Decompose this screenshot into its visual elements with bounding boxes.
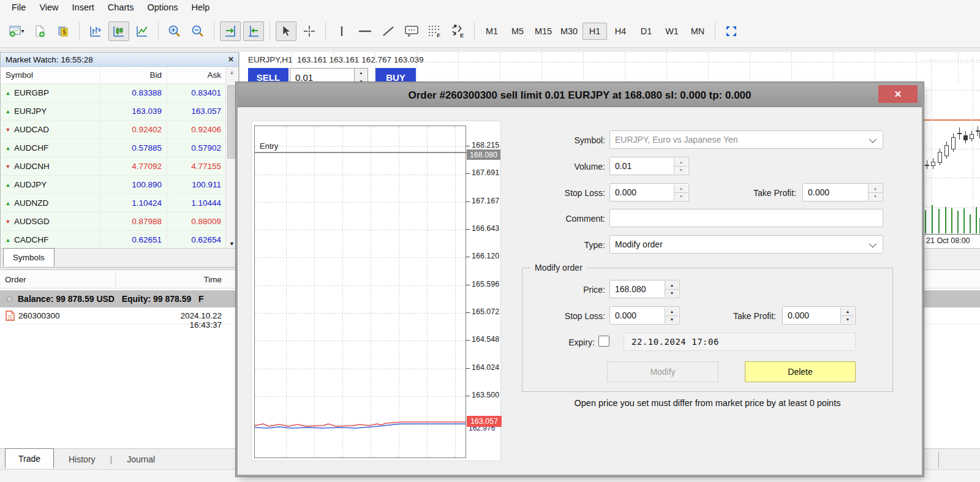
market-row-audcad[interactable]: ▼AUDCAD0.924020.92406 — [1, 121, 226, 139]
volume-stepper[interactable]: ▲▼ — [674, 158, 688, 174]
modify-stop-loss-input[interactable]: 0.000 ▲▼ — [609, 306, 680, 325]
timeframe-mn[interactable]: MN — [685, 23, 710, 40]
crosshair-button[interactable] — [299, 21, 320, 41]
price-stepper[interactable]: ▲▼ — [665, 281, 679, 297]
market-row-audsgd[interactable]: ▼AUDSGD0.879880.88009 — [1, 213, 226, 231]
dialog-title[interactable]: Order #260300300 sell limit 0.01 EURJPY … — [238, 84, 922, 107]
chart-shift-button[interactable] — [243, 21, 264, 41]
new-order-button[interactable] — [29, 21, 50, 41]
column-symbol[interactable]: Symbol — [1, 67, 100, 83]
menu-view[interactable]: View — [32, 1, 65, 14]
spinner-down-icon[interactable]: ▼ — [674, 192, 688, 201]
cursor-icon — [279, 24, 293, 38]
indicators-button[interactable]: E — [448, 21, 469, 41]
spinner-up-icon[interactable]: ▲ — [355, 69, 368, 77]
delete-button[interactable]: Delete — [745, 361, 856, 382]
modify-take-profit-stepper[interactable]: ▲▼ — [840, 307, 854, 323]
horizontal-line-button[interactable] — [355, 21, 375, 41]
stop-loss-input[interactable]: 0.000 ▲▼ — [609, 183, 689, 201]
dialog-close-button[interactable]: ✕ — [878, 85, 918, 103]
tab-trade[interactable]: Trade — [5, 448, 54, 469]
spinner-up-icon[interactable]: ▲ — [841, 307, 854, 315]
column-order[interactable]: Order — [5, 275, 26, 284]
close-icon[interactable]: ✕ — [226, 55, 236, 64]
auto-scroll-button[interactable] — [220, 21, 241, 41]
candlestick-chart-button[interactable] — [108, 21, 129, 41]
price-input[interactable]: 168.080 ▲▼ — [609, 280, 680, 298]
tab-history[interactable]: History — [54, 454, 110, 464]
timeframe-w1[interactable]: W1 — [660, 23, 684, 40]
spinner-down-icon[interactable]: ▼ — [665, 315, 679, 324]
market-row-eurjpy[interactable]: ▲EURJPY163.039163.057 — [1, 102, 226, 121]
symbol-select[interactable]: EURJPY, Euro vs Japanese Yen — [609, 130, 883, 149]
menu-file[interactable]: File — [5, 1, 32, 14]
new-chart-button[interactable]: ▾ — [6, 21, 27, 41]
toolbar-separator — [158, 22, 159, 40]
text-label-button[interactable] — [401, 21, 422, 41]
column-ask[interactable]: Ask — [167, 67, 226, 83]
expiry-checkbox[interactable] — [598, 336, 609, 347]
column-bid[interactable]: Bid — [100, 67, 167, 83]
spinner-up-icon[interactable]: ▲ — [665, 281, 679, 289]
cursor-button[interactable] — [276, 21, 296, 41]
take-profit-stepper[interactable]: ▲▼ — [868, 184, 882, 200]
market-row-cadchf[interactable]: ▲CADCHF0.626510.62654 — [1, 231, 226, 249]
timeframe-h4[interactable]: H4 — [608, 23, 633, 40]
timeframe-m5[interactable]: M5 — [505, 23, 530, 40]
symbol-cell: ▲CADCHF — [1, 231, 100, 249]
zoom-in-button[interactable] — [164, 21, 185, 41]
fibonacci-button[interactable]: F — [424, 21, 445, 41]
tab-symbols[interactable]: Symbols — [3, 248, 55, 266]
spinner-down-icon[interactable]: ▼ — [674, 166, 688, 175]
spinner-up-icon[interactable]: ▲ — [674, 158, 688, 166]
expiry-date-field[interactable]: 22.10.2024 17:06 — [624, 333, 856, 351]
symbol-cell: ▲AUDCHF — [1, 139, 100, 157]
scroll-up-icon[interactable]: ▲ — [226, 69, 238, 75]
spinner-up-icon[interactable]: ▲ — [665, 307, 679, 315]
menu-options[interactable]: Options — [141, 1, 185, 14]
spinner-down-icon[interactable]: ▼ — [665, 289, 679, 298]
type-select[interactable]: Modify order — [609, 235, 883, 254]
timeframe-h1[interactable]: H1 — [582, 23, 607, 40]
symbol-cell: ▲EURJPY — [1, 102, 100, 120]
market-row-audjpy[interactable]: ▲AUDJPY100.890100.911 — [1, 176, 226, 194]
timeframe-group: M1M5M15M30H1H4D1W1MN — [479, 23, 710, 40]
timeframe-m30[interactable]: M30 — [557, 23, 581, 40]
tab-journal[interactable]: Journal — [112, 454, 170, 464]
market-row-eurgbp[interactable]: ▲EURGBP0.833880.83401 — [1, 84, 226, 102]
market-row-audnzd[interactable]: ▲AUDNZD1.104241.10444 — [1, 194, 226, 213]
profiles-button[interactable]: $ — [53, 21, 74, 41]
vertical-line-button[interactable] — [331, 21, 352, 41]
spinner-up-icon[interactable]: ▲ — [674, 184, 688, 192]
ask-value: 0.62654 — [167, 231, 226, 249]
menu-charts[interactable]: Charts — [101, 1, 141, 14]
timeframe-d1[interactable]: D1 — [634, 23, 658, 40]
market-row-audcnh[interactable]: ▼AUDCNH4.770924.77155 — [1, 157, 226, 176]
trendline-button[interactable] — [378, 21, 399, 41]
gridline — [922, 178, 980, 178]
spinner-down-icon[interactable]: ▼ — [869, 192, 882, 201]
comment-input[interactable] — [609, 209, 883, 227]
fullscreen-button[interactable] — [721, 21, 742, 41]
market-watch-scrollbar[interactable]: ▲ ▼ — [225, 67, 238, 249]
timeframe-m15[interactable]: M15 — [531, 23, 556, 40]
bar-chart-button[interactable] — [85, 21, 106, 41]
market-row-audchf[interactable]: ▲AUDCHF0.578850.57902 — [1, 139, 226, 157]
spinner-up-icon[interactable]: ▲ — [869, 184, 882, 192]
zoom-out-button[interactable] — [187, 21, 208, 41]
line-chart-button[interactable] — [132, 21, 153, 41]
column-time[interactable]: Time — [153, 275, 222, 284]
modify-button[interactable]: Modify — [607, 361, 718, 382]
stop-loss-stepper[interactable]: ▲▼ — [674, 184, 688, 200]
scroll-down-icon[interactable]: ▼ — [226, 241, 238, 247]
modify-stop-loss-stepper[interactable]: ▲▼ — [665, 307, 679, 323]
modify-take-profit-input[interactable]: 0.000 ▲▼ — [782, 306, 856, 325]
resize-grip[interactable] — [938, 452, 939, 468]
timeframe-m1[interactable]: M1 — [480, 23, 504, 40]
spinner-down-icon[interactable]: ▼ — [841, 315, 854, 324]
volume-input[interactable]: 0.01 ▲▼ — [609, 157, 689, 175]
scrollbar-thumb[interactable] — [227, 85, 236, 159]
menu-insert[interactable]: Insert — [66, 1, 101, 14]
take-profit-input[interactable]: 0.000 ▲▼ — [802, 183, 883, 201]
menu-help[interactable]: Help — [185, 1, 217, 14]
